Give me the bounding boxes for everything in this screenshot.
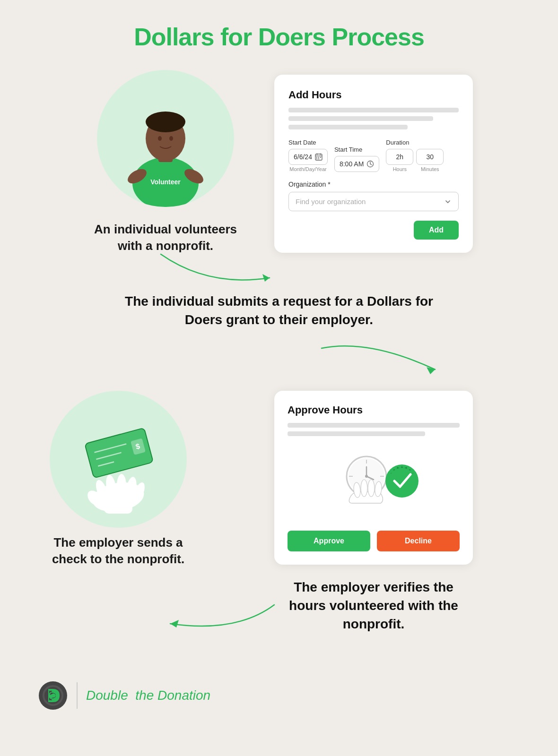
step1-bottom-text-area: The individual submits a request for a D…	[0, 292, 558, 329]
approve-text-lines	[288, 423, 460, 436]
logo-divider	[77, 682, 78, 709]
start-time-label: Start Time	[334, 146, 379, 153]
add-button[interactable]: Add	[414, 221, 459, 240]
volunteer-svg: Volunteer	[118, 75, 213, 207]
logo-text: Double the Donation	[86, 688, 210, 703]
svg-rect-37	[104, 499, 132, 514]
logo-icon	[38, 680, 68, 711]
hours-label: Hours	[393, 166, 407, 172]
clock-icon	[366, 160, 374, 168]
start-date-value: 6/6/24	[294, 153, 312, 161]
duration-group: Duration 2h Hours 30 Minutes	[386, 139, 444, 172]
step1-section: Volunteer An individual volunteers with …	[0, 70, 558, 254]
start-date-label: Start Date	[288, 139, 328, 146]
approve-line-2	[288, 431, 425, 436]
add-hours-card: Add Hours Start Date 6/6/24	[274, 75, 473, 253]
step1-bottom-text: The individual submits a request for a D…	[123, 292, 435, 329]
svg-rect-16	[316, 158, 317, 159]
svg-point-5	[169, 136, 173, 141]
logo-text-italic: the	[135, 688, 154, 703]
minutes-label: Minutes	[421, 166, 439, 172]
svg-point-46	[365, 475, 368, 478]
step2-caption-left: The employer sends a check to the nonpro…	[38, 534, 199, 567]
card-title: Add Hours	[288, 89, 459, 101]
text-line-3	[288, 125, 408, 129]
chevron-down-icon	[444, 198, 452, 206]
svg-text:Volunteer: Volunteer	[150, 178, 181, 186]
text-line-2	[288, 116, 433, 121]
start-date-group: Start Date 6/6/24 Month/D	[288, 139, 328, 172]
svg-rect-15	[320, 157, 321, 158]
duration-label: Duration	[386, 139, 444, 146]
volunteer-illustration: Volunteer	[97, 70, 234, 207]
svg-rect-14	[318, 157, 319, 158]
svg-point-53	[389, 468, 415, 494]
start-date-hint: Month/Day/Year	[288, 166, 328, 172]
duration-inputs: 2h Hours 30 Minutes	[386, 149, 444, 172]
hours-col: 2h Hours	[386, 149, 413, 172]
step1-left: Volunteer An individual volunteers with …	[85, 70, 246, 254]
footer: Double the Donation	[0, 666, 558, 730]
approve-illustration	[288, 450, 460, 516]
logo-text-main: Double	[86, 688, 128, 703]
approve-button[interactable]: Approve	[288, 531, 370, 551]
card-text-lines	[288, 108, 459, 129]
money-svg: $	[57, 398, 180, 521]
approve-card-title: Approve Hours	[288, 404, 460, 416]
start-date-input[interactable]: 6/6/24	[288, 149, 328, 165]
hours-input[interactable]: 2h	[386, 149, 413, 165]
svg-marker-21	[262, 274, 270, 282]
svg-point-4	[158, 136, 162, 141]
start-time-value: 8:00 AM	[340, 160, 364, 168]
arrow2-svg	[298, 344, 463, 381]
arrow3-svg	[113, 595, 350, 628]
svg-point-3	[146, 112, 185, 132]
arrow1-svg	[123, 249, 312, 297]
money-illustration: $	[50, 391, 187, 528]
calendar-icon	[315, 153, 323, 161]
start-time-input[interactable]: 8:00 AM	[334, 156, 379, 172]
approve-line-1	[288, 423, 460, 428]
arrow3-area	[38, 633, 520, 647]
arrow2-area	[0, 353, 520, 377]
svg-point-33	[117, 474, 126, 498]
svg-point-48	[361, 480, 367, 497]
approve-buttons: Approve Decline	[288, 531, 460, 551]
org-section: Organization * Find your organization	[288, 180, 459, 211]
svg-rect-13	[316, 157, 317, 158]
svg-rect-17	[318, 158, 319, 159]
org-placeholder: Find your organization	[296, 198, 366, 206]
org-label: Organization *	[288, 180, 459, 188]
start-time-group: Start Time 8:00 AM	[334, 146, 379, 172]
minutes-col: 30 Minutes	[416, 149, 444, 172]
logo-text-end: Donation	[157, 688, 210, 703]
page-title: Dollars for Doers Process	[0, 0, 558, 70]
decline-button[interactable]: Decline	[377, 531, 460, 551]
minutes-value: 30	[427, 153, 434, 161]
text-line-1	[288, 108, 459, 112]
step2-left: $ The employer s	[38, 391, 199, 567]
minutes-input[interactable]: 30	[416, 149, 444, 165]
svg-point-49	[368, 480, 375, 497]
approve-svg	[322, 450, 426, 516]
arrow1-area	[38, 264, 520, 292]
hours-value: 2h	[396, 153, 404, 161]
logo-area: Double the Donation	[38, 680, 210, 711]
approve-card: Approve Hours	[274, 391, 473, 565]
svg-marker-54	[170, 620, 179, 627]
form-row-datetime: Start Date 6/6/24 Month/D	[288, 139, 459, 172]
svg-line-20	[370, 164, 372, 165]
org-dropdown[interactable]: Find your organization	[288, 192, 459, 211]
